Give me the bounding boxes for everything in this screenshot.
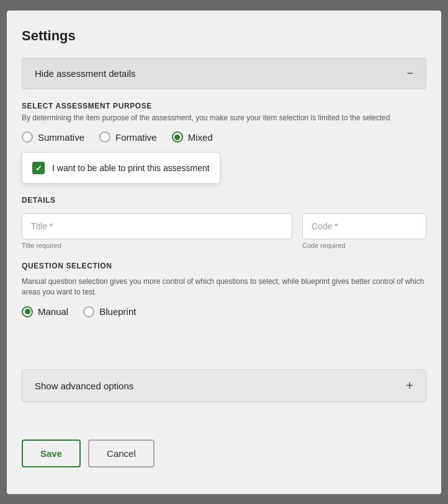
- assessment-purpose-subtitle: By determining the item purpose of the a…: [22, 113, 426, 123]
- radio-mixed-label: Mixed: [188, 132, 213, 143]
- title-input-group: Title required: [22, 213, 292, 249]
- radio-formative-label: Formative: [115, 132, 157, 143]
- assessment-purpose-title: SELECT ASSESSMENT PURPOSE: [22, 102, 426, 110]
- footer-buttons: Save Cancel: [22, 440, 426, 467]
- radio-manual-input[interactable]: [22, 306, 33, 317]
- radio-blueprint[interactable]: Blueprint: [83, 306, 136, 317]
- details-section: DETAILS Title required Code required: [22, 196, 426, 249]
- question-selection-subtitle: Manual question selection gives you more…: [22, 276, 426, 298]
- radio-formative[interactable]: Formative: [99, 131, 157, 143]
- collapse-icon: −: [406, 67, 413, 80]
- print-checkbox-label: I want to be able to print this assessme…: [52, 163, 210, 173]
- modal-backdrop: Settings Hide assessment details − SELEC…: [0, 0, 448, 504]
- radio-formative-input[interactable]: [99, 131, 110, 143]
- radio-mixed[interactable]: Mixed: [172, 131, 213, 143]
- radio-summative[interactable]: Summative: [22, 131, 84, 143]
- details-section-title: DETAILS: [22, 196, 426, 205]
- assessment-purpose-radio-group: Summative Formative Mixed: [22, 131, 426, 143]
- code-input-group: Code required: [302, 213, 426, 249]
- show-advanced-label: Show advanced options: [35, 381, 133, 391]
- code-input[interactable]: [302, 213, 426, 239]
- cancel-button[interactable]: Cancel: [88, 440, 155, 467]
- modal-title: Settings: [22, 28, 426, 44]
- hide-assessment-details-button[interactable]: Hide assessment details −: [22, 58, 426, 89]
- question-selection-section: QUESTION SELECTION Manual question selec…: [22, 262, 426, 317]
- radio-summative-label: Summative: [38, 132, 84, 143]
- radio-mixed-input[interactable]: [172, 131, 183, 143]
- question-selection-title: QUESTION SELECTION: [22, 262, 426, 270]
- question-selection-radio-group: Manual Blueprint: [22, 306, 426, 317]
- show-advanced-icon: +: [406, 379, 413, 393]
- radio-blueprint-label: Blueprint: [99, 306, 136, 317]
- title-input[interactable]: [22, 213, 292, 239]
- collapsible-bar-label: Hide assessment details: [35, 68, 136, 79]
- details-row: Title required Code required: [22, 213, 426, 249]
- radio-manual[interactable]: Manual: [22, 306, 68, 317]
- settings-modal: Settings Hide assessment details − SELEC…: [7, 11, 441, 494]
- radio-summative-input[interactable]: [22, 131, 33, 143]
- print-checkbox-input[interactable]: [32, 162, 45, 174]
- show-advanced-button[interactable]: Show advanced options +: [22, 369, 426, 402]
- assessment-purpose-section: SELECT ASSESSMENT PURPOSE By determining…: [22, 102, 426, 143]
- code-hint: Code required: [302, 242, 426, 249]
- radio-blueprint-input[interactable]: [83, 306, 94, 317]
- save-button[interactable]: Save: [22, 440, 81, 467]
- title-hint: Title required: [22, 242, 292, 249]
- print-checkbox-container[interactable]: I want to be able to print this assessme…: [22, 153, 220, 183]
- radio-manual-label: Manual: [38, 306, 68, 317]
